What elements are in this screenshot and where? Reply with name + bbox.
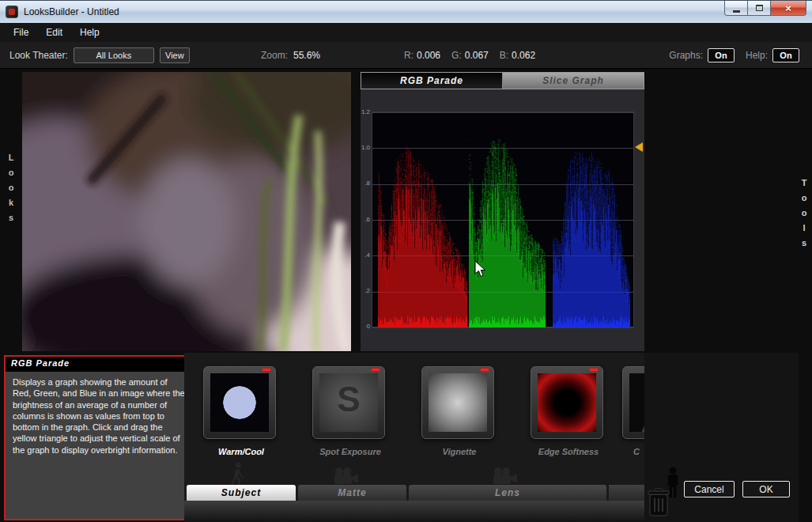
menu-help[interactable]: Help — [71, 27, 108, 38]
tab-stub[interactable] — [609, 485, 644, 501]
mouse-cursor — [474, 260, 487, 279]
y-tick: 1.0 — [361, 144, 370, 151]
tools-drawer-handle[interactable]: Tools — [799, 178, 809, 253]
help-popup: RGB Parade Displays a graph showing the … — [4, 355, 196, 520]
maximize-icon — [756, 5, 763, 11]
graphs-toggle[interactable]: On — [708, 48, 735, 62]
preview-photo — [22, 72, 351, 351]
ok-button[interactable]: OK — [742, 481, 790, 497]
menu-edit[interactable]: Edit — [37, 27, 71, 38]
vignette-art — [429, 373, 487, 432]
b-label: B: — [500, 50, 508, 61]
bottom-gradient-strip — [184, 501, 644, 522]
close-button[interactable]: × — [770, 1, 806, 16]
look-theater-group: Look Theater: All Looks View — [9, 42, 190, 68]
menu-bar: File Edit Help — [0, 23, 812, 42]
tab-matte[interactable]: Matte — [298, 485, 406, 501]
spot-exposure-art: S — [319, 373, 378, 432]
look-theater-label: Look Theater: — [9, 50, 68, 61]
looks-drawer-handle[interactable]: Looks — [6, 153, 16, 228]
view-button[interactable]: View — [160, 47, 190, 63]
tab-rgb-parade[interactable]: RGB Parade — [361, 73, 503, 89]
r-label: R: — [404, 50, 414, 61]
edge-softness-art — [538, 373, 596, 432]
all-looks-dropdown[interactable]: All Looks — [74, 47, 154, 63]
zoom-value: 55.6% — [293, 50, 320, 61]
g-label: G: — [451, 50, 462, 61]
help-toggle[interactable]: On — [772, 48, 799, 62]
tool-label: Spot Exposure — [312, 447, 388, 456]
title-bar[interactable]: LooksBuilder - Untitled × — [0, 1, 812, 24]
tool-thumbnail — [622, 366, 644, 439]
toggles-group: Graphs: On Help: On — [669, 42, 799, 68]
cancel-button[interactable]: Cancel — [684, 481, 735, 497]
r-value: 0.006 — [417, 50, 440, 61]
tool-label: Warm/Cool — [203, 447, 279, 456]
zoom-label: Zoom: — [261, 50, 288, 61]
app-icon[interactable] — [6, 6, 18, 18]
window-controls: × — [725, 1, 806, 16]
tool-thumbnail — [531, 366, 603, 439]
tool-thumbnail — [203, 366, 276, 439]
application-window: LooksBuilder - Untitled × File Edit Help… — [0, 0, 812, 522]
action-panel: Cancel OK — [644, 353, 799, 522]
tool-thumbnail: S — [312, 366, 385, 439]
maximize-button[interactable] — [747, 1, 771, 16]
tools-panel: Warm/Cool S Spot Exposure Vignette — [184, 353, 644, 522]
minimize-button[interactable] — [724, 1, 748, 16]
y-tick: 0 — [361, 323, 370, 330]
help-popup-title: RGB Parade — [6, 357, 195, 372]
tool-active-led — [262, 369, 270, 371]
help-label: Help: — [746, 50, 768, 61]
matte-camera-icon — [332, 467, 361, 486]
tool-thumbnail — [421, 366, 494, 439]
tool-vignette[interactable]: Vignette — [421, 366, 497, 456]
tool-active-led — [590, 369, 598, 371]
tool-label: Vignette — [421, 447, 497, 456]
scale-triangle-handle[interactable] — [635, 142, 643, 152]
tool-warm-cool[interactable]: Warm/Cool — [203, 366, 279, 456]
help-popup-body: Displays a graph showing the amount of R… — [6, 372, 195, 460]
y-tick: .4 — [361, 252, 370, 259]
scope-tab-bar: RGB Parade Slice Graph — [361, 72, 644, 89]
spot-letter: S — [319, 380, 378, 419]
y-tick: .2 — [361, 287, 370, 294]
parade-waveform-plot[interactable] — [372, 112, 634, 328]
tool-active-led — [481, 369, 489, 371]
y-tick: 1.2 — [361, 108, 370, 115]
trash-icon[interactable] — [648, 488, 670, 516]
rgb-parade-scope: 1.2 1.0 .8 .6 .4 .2 0 — [361, 89, 644, 351]
minimize-icon — [733, 10, 740, 13]
tab-subject[interactable]: Subject — [187, 485, 296, 501]
tool-spot-exposure[interactable]: S Spot Exposure — [312, 366, 388, 456]
y-tick: .8 — [361, 180, 370, 187]
rgb-readout: R: 0.006 G: 0.067 B: 0.062 — [404, 42, 535, 68]
tab-slice-graph[interactable]: Slice Graph — [503, 73, 644, 89]
b-value: 0.062 — [512, 50, 535, 61]
tool-edge-softness[interactable]: Edge Softness — [531, 366, 606, 456]
g-value: 0.067 — [465, 50, 489, 61]
y-tick: .6 — [361, 216, 370, 223]
zoom-group: Zoom: 55.6% — [261, 42, 320, 68]
graphs-label: Graphs: — [669, 50, 703, 61]
tool-partial[interactable]: C — [622, 366, 644, 456]
tab-lens[interactable]: Lens — [409, 485, 606, 501]
image-preview[interactable] — [22, 72, 351, 351]
warm-cool-art — [210, 373, 269, 432]
close-icon: × — [785, 2, 791, 14]
window-title: LooksBuilder - Untitled — [24, 6, 119, 17]
tool-label: Edge Softness — [531, 447, 606, 456]
toolbar: Look Theater: All Looks View Zoom: 55.6%… — [0, 42, 812, 69]
menu-file[interactable]: File — [5, 27, 37, 38]
tool-label: C — [622, 447, 644, 456]
partial-tool-art — [629, 373, 644, 432]
tool-active-led — [372, 369, 380, 371]
lens-camera-icon — [491, 467, 519, 486]
